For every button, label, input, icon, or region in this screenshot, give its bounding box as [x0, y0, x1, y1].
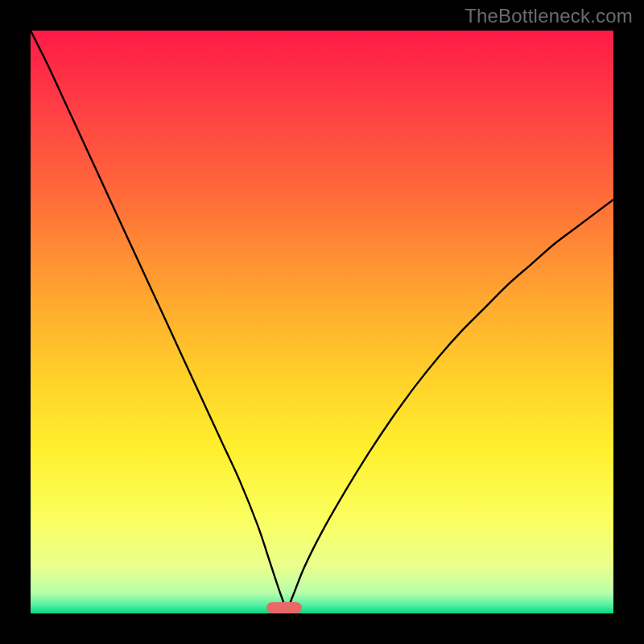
- chart-frame: TheBottleneck.com: [0, 0, 644, 644]
- curve-layer: [31, 31, 613, 613]
- plot-area: [31, 31, 613, 613]
- dip-marker: [266, 602, 302, 613]
- watermark-text: TheBottleneck.com: [464, 5, 633, 27]
- bottleneck-curve: [31, 31, 613, 608]
